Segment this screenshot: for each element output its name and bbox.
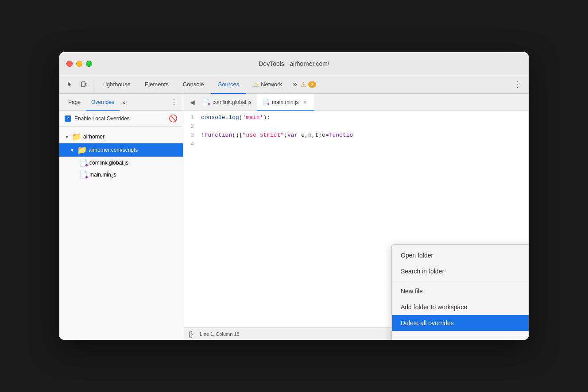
code-line-4: 4 [183, 141, 529, 150]
context-menu-search-folder[interactable]: Search in folder [392, 263, 529, 279]
panel-more-button[interactable]: » [120, 99, 128, 106]
close-button[interactable] [66, 61, 73, 67]
tab-network[interactable]: ⚠ Network [246, 75, 289, 94]
file-label-main: main.min.js [89, 172, 116, 178]
folder-icon-scripts: 📁 [77, 145, 87, 155]
file-icon-main: 📄 [79, 170, 88, 179]
cursor-icon[interactable] [63, 77, 77, 92]
folder-label-airhorner: airhorner [83, 134, 104, 140]
tab-label-comlink: comlink.global.js [213, 99, 251, 105]
window-title: DevTools - airhorner.com/ [259, 60, 329, 67]
panel-menu-button[interactable]: ⋮ [169, 98, 179, 106]
tab-elements[interactable]: Elements [138, 75, 176, 94]
badge-warning-icon: ⚠ [301, 81, 306, 88]
editor-tab-main[interactable]: 📄 main.min.js × [257, 94, 314, 111]
tree-item-comlink[interactable]: 📄 comlink.global.js [59, 157, 183, 169]
context-menu-add-folder[interactable]: Add folder to workspace [392, 299, 529, 315]
warning-badge: 2 [308, 81, 316, 88]
context-menu-open-folder[interactable]: Open folder [392, 247, 529, 263]
overrides-bar: ✓ Enable Local Overrides 🚫 [59, 111, 183, 127]
format-button[interactable]: {} [189, 331, 193, 338]
tab-file-icon-comlink: 📄 [203, 99, 210, 105]
editor-back-button[interactable]: ◀ [187, 97, 197, 108]
overrides-label: Enable Local Overrides [74, 115, 169, 122]
code-line-1: 1 console.log('main'); [183, 114, 529, 123]
warning-badge-area: ⚠ 2 [301, 81, 316, 88]
tab-file-icon-main: 📄 [262, 99, 269, 105]
code-line-2: 2 [183, 123, 529, 132]
more-tabs-button[interactable]: » [289, 75, 301, 94]
panel-tabs: Page Overrides » ⋮ [59, 94, 183, 111]
tab-lighthouse[interactable]: Lighthouse [95, 75, 138, 94]
maximize-button[interactable] [86, 61, 92, 67]
expand-arrow-scripts: ▼ [70, 148, 75, 153]
panel-tab-overrides[interactable]: Overrides [86, 94, 120, 111]
file-tree: ▼ 📁 airhorner ▼ 📁 airhorner.com/scripts … [59, 127, 183, 340]
file-icon-comlink: 📄 [79, 158, 88, 167]
editor-wrapper: ◀ 📄 comlink.global.js 📄 main.min.js × [183, 94, 529, 340]
devtools-toolbar: Lighthouse Elements Console Sources ⚠ Ne… [59, 75, 529, 94]
context-menu-divider-1 [392, 281, 529, 281]
title-bar: DevTools - airhorner.com/ [59, 52, 529, 75]
tab-close-main[interactable]: × [302, 99, 309, 106]
context-menu-delete-overrides[interactable]: Delete all overrides [392, 315, 529, 331]
context-menu-new-file[interactable]: New file [392, 283, 529, 299]
context-menu-speech[interactable]: Speech ▶ [392, 335, 529, 340]
editor-tabs: ◀ 📄 comlink.global.js 📄 main.min.js × [183, 94, 529, 111]
main-content: Page Overrides » ⋮ ✓ Enable Local Overri… [59, 94, 529, 340]
expand-arrow: ▼ [65, 135, 70, 139]
warning-icon: ⚠ [253, 81, 259, 88]
device-icon[interactable] [77, 77, 91, 92]
minimize-button[interactable] [76, 61, 82, 67]
code-line-3: 3 !function(){"use strict";var e,n,t;e=f… [183, 132, 529, 141]
devtools-menu-button[interactable]: ⋮ [510, 75, 525, 94]
tree-item-scripts[interactable]: ▼ 📁 airhorner.com/scripts [59, 143, 183, 157]
devtools-window: DevTools - airhorner.com/ Lighthouse Ele… [59, 52, 529, 340]
tree-item-airhorner[interactable]: ▼ 📁 airhorner [59, 130, 183, 143]
svg-rect-1 [85, 83, 87, 85]
tab-console[interactable]: Console [176, 75, 211, 94]
no-entry-icon: 🚫 [169, 114, 178, 123]
file-label-comlink: comlink.global.js [89, 160, 128, 166]
tab-label-main: main.min.js [272, 99, 299, 105]
tab-sources[interactable]: Sources [211, 75, 247, 94]
window-controls [66, 61, 92, 67]
toolbar-divider-1 [93, 79, 93, 90]
enable-overrides-checkbox[interactable]: ✓ [65, 115, 71, 122]
folder-label-scripts: airhorner.com/scripts [89, 147, 138, 153]
editor-tab-comlink[interactable]: 📄 comlink.global.js [197, 94, 257, 111]
panel-tab-page[interactable]: Page [63, 94, 86, 111]
left-panel: Page Overrides » ⋮ ✓ Enable Local Overri… [59, 94, 183, 340]
cursor-position: Line 1, Column 18 [200, 331, 239, 337]
context-menu: Open folder Search in folder New file Ad… [391, 244, 529, 340]
folder-icon-airhorner: 📁 [72, 132, 81, 142]
context-menu-divider-2 [392, 333, 529, 333]
svg-rect-0 [81, 82, 85, 87]
tree-item-main[interactable]: 📄 main.min.js [59, 169, 183, 181]
